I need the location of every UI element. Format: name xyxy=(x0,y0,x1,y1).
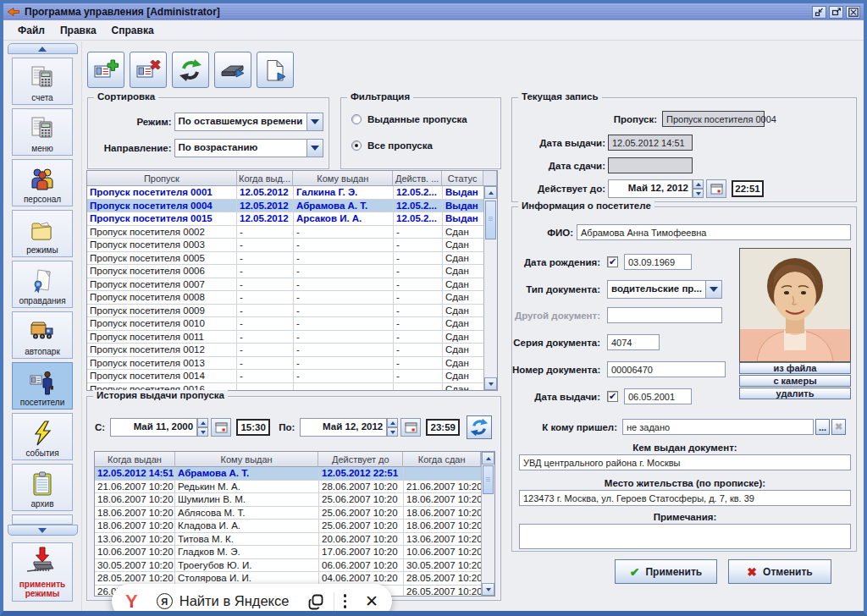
column-header[interactable]: Статус xyxy=(442,171,483,186)
cancel-button[interactable]: ✖ Отменить xyxy=(728,559,831,584)
birth-date-input[interactable]: 03.09.1969 xyxy=(624,254,692,270)
sidebar-item-partial[interactable] xyxy=(12,514,73,525)
sidebar-item-accounts[interactable]: счета xyxy=(12,58,73,105)
calendar-icon[interactable] xyxy=(706,179,726,198)
sidebar-item-visitors[interactable]: посетители xyxy=(12,362,73,410)
doc-series-input[interactable]: 4074 xyxy=(607,334,660,350)
table-row[interactable]: Пропуск посетителя 0011---Сдан xyxy=(87,331,497,344)
yandex-close-icon[interactable]: ✕ xyxy=(365,593,378,609)
doc-type-select[interactable]: водительские пр... xyxy=(607,280,722,299)
table-row[interactable]: Пропуск посетителя 0009---Сдан xyxy=(87,305,497,318)
scrollbar-thumb[interactable] xyxy=(485,201,496,239)
notes-textarea[interactable] xyxy=(519,524,851,549)
sidebar-item-modes[interactable]: режимы xyxy=(12,210,73,257)
chevron-down-icon[interactable] xyxy=(306,139,323,157)
spinner-up-icon[interactable] xyxy=(693,179,704,189)
table-row[interactable]: Пропуск посетителя 0008---Сдан xyxy=(87,291,497,305)
table-row[interactable]: 18.06.2007 10:20Кладова И. А.25.06.2007 … xyxy=(95,520,494,533)
new-document-button[interactable] xyxy=(257,52,294,88)
photo-from-camera-button[interactable]: с камеры xyxy=(739,375,851,387)
column-header[interactable]: Когда сдан xyxy=(403,452,481,467)
minimize-icon[interactable] xyxy=(812,6,826,19)
table-row[interactable]: Пропуск посетителя 000412.05.2012Абрамов… xyxy=(87,200,497,213)
sidebar-item-personnel[interactable]: персонал xyxy=(12,159,73,206)
scan-button[interactable] xyxy=(214,52,251,88)
table-row[interactable]: 13.06.2007 10:20Титова М. К.20.06.2007 1… xyxy=(95,533,494,547)
table-row[interactable]: 18.06.2007 10:20Шумилин В. М.25.06.2007 … xyxy=(95,493,494,507)
yandex-search-button[interactable]: Я Найти в Яндексе xyxy=(157,593,290,609)
sidebar-item-fleet[interactable]: автопарк xyxy=(12,311,73,359)
visiting-whom-field[interactable]: не задано xyxy=(622,419,814,435)
column-header[interactable]: Когда выдан xyxy=(95,452,175,467)
column-header[interactable]: Когда выд... xyxy=(237,171,294,186)
sort-mode-select[interactable]: По оставшемуся времени xyxy=(174,113,323,131)
table-row[interactable]: Пропуск посетителя 0002---Сдан xyxy=(87,226,497,239)
scroll-down-icon[interactable] xyxy=(484,377,497,390)
spinner-down-icon[interactable] xyxy=(693,189,704,198)
fio-input[interactable]: Абрамова Анна Тимофеевна xyxy=(577,224,851,240)
delete-pass-button[interactable] xyxy=(130,52,167,88)
scroll-up-icon[interactable] xyxy=(484,186,497,199)
apply-button[interactable]: ✔ Применить xyxy=(615,559,717,584)
column-header[interactable]: Действует до xyxy=(318,452,403,467)
history-from-time[interactable]: 15:30 xyxy=(236,419,270,436)
history-table-scrollbar[interactable] xyxy=(481,452,494,596)
table-row[interactable]: Пропуск посетителя 0006---Сдан xyxy=(87,265,497,278)
spinner-up-icon[interactable] xyxy=(197,418,208,427)
chevron-down-icon[interactable] xyxy=(306,113,323,131)
checkbox-icon[interactable]: ✔ xyxy=(607,256,618,267)
sidebar-item-menu[interactable]: меню xyxy=(12,108,73,156)
passes-table-scrollbar[interactable] xyxy=(483,186,497,390)
doc-issuer-input[interactable]: УВД центрального района г. Москвы xyxy=(519,454,851,470)
sidebar-scroll-down-button[interactable] xyxy=(8,525,78,536)
history-to-date[interactable]: Май 12, 2012 xyxy=(300,418,387,437)
table-row[interactable]: 18.06.2007 10:20Аблясова М. Т.25.06.2007… xyxy=(95,507,494,520)
column-header[interactable]: Кому выдан xyxy=(293,171,393,186)
radio-icon[interactable] xyxy=(351,114,362,124)
maximize-icon[interactable] xyxy=(829,6,843,19)
table-row[interactable]: Пропуск посетителя 0013---Сдан xyxy=(87,357,497,371)
doc-number-input[interactable]: 00006470 xyxy=(607,361,726,377)
calendar-icon[interactable] xyxy=(400,418,421,437)
column-header[interactable]: Кому выдан xyxy=(175,452,319,467)
add-pass-button[interactable] xyxy=(87,52,124,88)
title-bar[interactable]: Программа управления [Administrator] xyxy=(3,3,864,20)
table-row[interactable]: Пропуск посетителя 0010---Сдан xyxy=(87,317,497,331)
table-row[interactable]: Пропуск посетителя 0003---Сдан xyxy=(87,239,497,252)
table-row[interactable]: Пропуск посетителя 000112.05.2012Галкина… xyxy=(87,186,497,200)
menu-item-file[interactable]: Файл xyxy=(11,22,52,39)
spinner-up-icon[interactable] xyxy=(387,418,398,427)
table-row[interactable]: Пропуск посетителя 0012---Сдан xyxy=(87,344,497,357)
table-row[interactable]: 12.05.2012 14:51Абрамова А. Т.12.05.2012… xyxy=(95,467,494,481)
photo-delete-button[interactable]: удалить xyxy=(739,388,851,399)
history-to-time[interactable]: 23:59 xyxy=(426,419,460,436)
copy-icon[interactable] xyxy=(307,593,324,610)
column-header[interactable]: Действ. ... xyxy=(393,171,442,186)
table-row[interactable]: Пропуск посетителя 0005---Сдан xyxy=(87,252,497,266)
history-refresh-button[interactable] xyxy=(467,415,492,439)
photo-from-file-button[interactable]: из файла xyxy=(739,362,851,374)
table-row[interactable]: 30.05.2007 10:20Троегубов Ю. И.06.06.200… xyxy=(95,559,494,573)
table-row[interactable]: 10.06.2007 10:20Гладков М. Э.17.06.2007 … xyxy=(95,546,494,559)
filter-option-issued[interactable]: Выданные пропуска xyxy=(351,114,467,124)
kebab-menu-icon[interactable] xyxy=(344,594,347,608)
spinner-down-icon[interactable] xyxy=(387,427,398,437)
valid-until-date-spinner[interactable]: Май 12, 2012 xyxy=(608,179,704,198)
filter-option-all[interactable]: Все пропуска xyxy=(351,140,433,151)
history-from-date-spinner[interactable]: Май 11, 2000 xyxy=(110,418,208,437)
table-row[interactable]: Пропуск посетителя 001512.05.2012Арсаков… xyxy=(87,212,497,226)
browse-icon[interactable]: ... xyxy=(815,419,830,435)
checkbox-icon[interactable]: ✔ xyxy=(607,391,618,402)
close-icon[interactable] xyxy=(846,6,860,19)
history-from-date[interactable]: Май 11, 2000 xyxy=(110,418,197,437)
doc-issue-date-input[interactable]: 06.05.2001 xyxy=(624,388,692,404)
radio-icon[interactable] xyxy=(351,140,362,151)
table-row[interactable]: Пропуск посетителя 0007---Сдан xyxy=(87,278,497,292)
menu-item-help[interactable]: Справка xyxy=(105,22,161,39)
sidebar-scroll-up-button[interactable] xyxy=(8,43,78,54)
valid-until-time[interactable]: 22:51 xyxy=(732,180,764,197)
sidebar-item-archive[interactable]: архив xyxy=(12,464,73,511)
history-to-date-spinner[interactable]: Май 12, 2012 xyxy=(300,418,398,437)
scroll-down-icon[interactable] xyxy=(482,583,494,596)
address-input[interactable]: 123473 г. Москва, ул. Героев Статосферы,… xyxy=(519,490,851,506)
